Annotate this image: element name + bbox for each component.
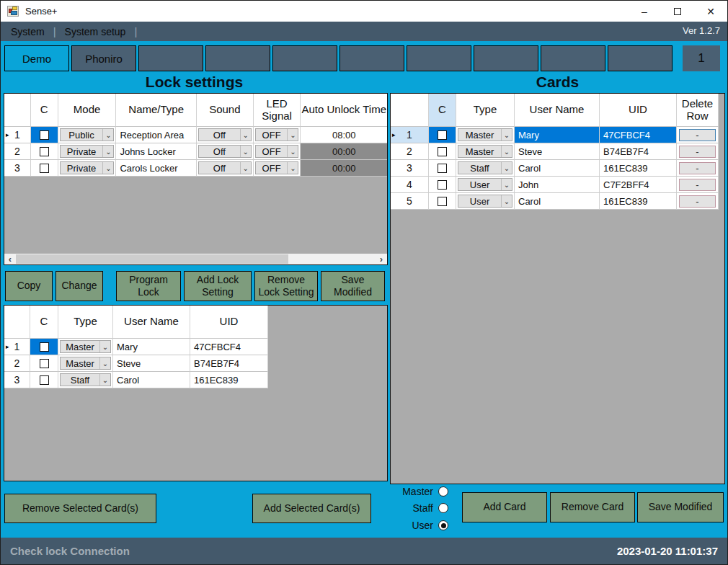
delete-row-button[interactable]: -: [679, 146, 716, 158]
row-header[interactable]: 5: [391, 193, 429, 210]
row-header[interactable]: ▸1: [4, 127, 31, 143]
row-header[interactable]: 4: [391, 177, 429, 193]
chevron-down-icon[interactable]: ⌄: [240, 146, 251, 157]
column-header-type[interactable]: Type: [58, 306, 113, 339]
scroll-left-icon[interactable]: ‹: [4, 254, 16, 264]
type-dropdown[interactable]: Master⌄: [60, 357, 111, 370]
type-cell[interactable]: Master⌄: [456, 127, 515, 143]
sound-dropdown[interactable]: Off⌄: [198, 145, 252, 158]
type-cell[interactable]: Staff⌄: [456, 160, 515, 177]
add-selected-cards-button[interactable]: Add Selected Card(s): [252, 494, 371, 523]
row-header[interactable]: ▸1: [391, 127, 429, 143]
tab-button-empty-10[interactable]: [608, 45, 672, 71]
type-cell[interactable]: Master⌄: [456, 143, 515, 160]
auto-unlock-time-cell[interactable]: 00:00: [301, 143, 387, 160]
mode-cell[interactable]: Public⌄: [58, 127, 117, 143]
sound-dropdown[interactable]: Off⌄: [198, 128, 252, 141]
row-header[interactable]: 2: [391, 143, 429, 160]
delete-row-cell[interactable]: -: [677, 143, 719, 160]
column-header-c[interactable]: C: [31, 94, 58, 127]
checkbox-cell[interactable]: [31, 160, 58, 177]
chevron-down-icon[interactable]: ⌄: [501, 162, 512, 174]
checkbox[interactable]: [40, 164, 49, 173]
scrollbar-thumb[interactable]: [16, 254, 288, 264]
tab-button-demo[interactable]: Demo: [4, 45, 69, 71]
column-header-mode[interactable]: Mode: [58, 94, 117, 127]
checkbox[interactable]: [438, 164, 447, 173]
user-name-cell[interactable]: Carol: [515, 160, 600, 177]
close-icon[interactable]: ✕: [694, 1, 727, 22]
type-cell[interactable]: Staff⌄: [58, 372, 113, 388]
checkbox-cell[interactable]: [31, 127, 58, 143]
column-header-blank[interactable]: [4, 306, 30, 339]
auto-unlock-time-cell[interactable]: 08:00: [301, 127, 387, 143]
remove-card-button[interactable]: Remove Card: [550, 492, 635, 522]
column-header-type[interactable]: Type: [456, 94, 515, 127]
checkbox-cell[interactable]: [429, 193, 456, 210]
column-header-auto-unlock-time[interactable]: Auto Unlock Time: [301, 94, 387, 127]
tab-button-empty-4[interactable]: [205, 45, 270, 71]
user-name-cell[interactable]: Mary: [113, 339, 190, 355]
remove-lock-setting-button[interactable]: Remove Lock Setting: [254, 271, 318, 301]
delete-row-button[interactable]: -: [679, 195, 716, 208]
chevron-down-icon[interactable]: ⌄: [102, 146, 113, 157]
checkbox[interactable]: [438, 130, 447, 140]
led-cell[interactable]: OFF⌄: [254, 127, 301, 143]
sound-cell[interactable]: Off⌄: [197, 160, 254, 177]
maximize-icon[interactable]: [661, 1, 694, 22]
type-dropdown[interactable]: Master⌄: [458, 128, 512, 141]
copy-button[interactable]: Copy: [5, 271, 53, 301]
type-dropdown[interactable]: User⌄: [458, 178, 512, 191]
delete-row-cell[interactable]: -: [677, 193, 719, 210]
column-header-blank[interactable]: [391, 94, 429, 127]
delete-row-button[interactable]: -: [679, 129, 716, 141]
mode-dropdown[interactable]: Private⌄: [60, 145, 115, 158]
checkbox-cell[interactable]: [30, 355, 58, 372]
checkbox-cell[interactable]: [429, 160, 456, 177]
chevron-down-icon[interactable]: ⌄: [240, 129, 251, 141]
row-header[interactable]: ▸1: [4, 339, 30, 355]
name-cell[interactable]: Johns Locker: [116, 143, 197, 160]
type-dropdown[interactable]: Master⌄: [458, 145, 512, 158]
column-header-user-name[interactable]: User Name: [515, 94, 600, 127]
chevron-down-icon[interactable]: ⌄: [501, 146, 512, 157]
delete-row-cell[interactable]: -: [677, 127, 719, 143]
mode-cell[interactable]: Private⌄: [58, 160, 117, 177]
tab-button-phoniro[interactable]: Phoniro: [71, 45, 136, 71]
save-modified-lock-button[interactable]: Save Modified: [321, 271, 385, 301]
row-header[interactable]: 3: [4, 160, 31, 177]
column-header-c[interactable]: C: [429, 94, 456, 127]
menu-item-system-setup[interactable]: System setup: [65, 26, 126, 37]
page-indicator[interactable]: 1: [683, 45, 720, 71]
tab-button-empty-6[interactable]: [339, 45, 404, 71]
uid-cell[interactable]: 47CFBCF4: [600, 127, 677, 143]
column-header-blank[interactable]: [4, 94, 31, 127]
column-header-sound[interactable]: Sound: [197, 94, 254, 127]
chevron-down-icon[interactable]: ⌄: [287, 129, 298, 141]
chevron-down-icon[interactable]: ⌄: [240, 162, 251, 174]
chevron-down-icon[interactable]: ⌄: [99, 374, 110, 386]
radio-master[interactable]: Master: [396, 486, 448, 497]
checkbox-cell[interactable]: [31, 143, 58, 160]
row-header[interactable]: 2: [4, 143, 31, 160]
column-header-uid[interactable]: UID: [190, 306, 268, 339]
checkbox[interactable]: [438, 147, 447, 156]
checkbox-cell[interactable]: [429, 177, 456, 193]
type-cell[interactable]: User⌄: [456, 177, 515, 193]
delete-row-button[interactable]: -: [679, 179, 716, 191]
mode-dropdown[interactable]: Public⌄: [60, 128, 115, 141]
type-cell[interactable]: Master⌄: [58, 355, 113, 372]
minimize-icon[interactable]: –: [628, 1, 661, 22]
chevron-down-icon[interactable]: ⌄: [287, 146, 298, 157]
uid-cell[interactable]: 161EC839: [600, 160, 677, 177]
column-header-uid[interactable]: UID: [600, 94, 677, 127]
uid-cell[interactable]: B74EB7F4: [190, 355, 268, 372]
auto-unlock-time-cell[interactable]: 00:00: [301, 160, 387, 177]
type-cell[interactable]: Master⌄: [58, 339, 113, 355]
chevron-down-icon[interactable]: ⌄: [501, 129, 512, 141]
save-modified-cards-button[interactable]: Save Modified: [637, 492, 724, 522]
checkbox[interactable]: [40, 359, 49, 368]
add-lock-setting-button[interactable]: Add Lock Setting: [184, 271, 252, 301]
user-name-cell[interactable]: Steve: [515, 143, 600, 160]
checkbox[interactable]: [40, 147, 49, 156]
